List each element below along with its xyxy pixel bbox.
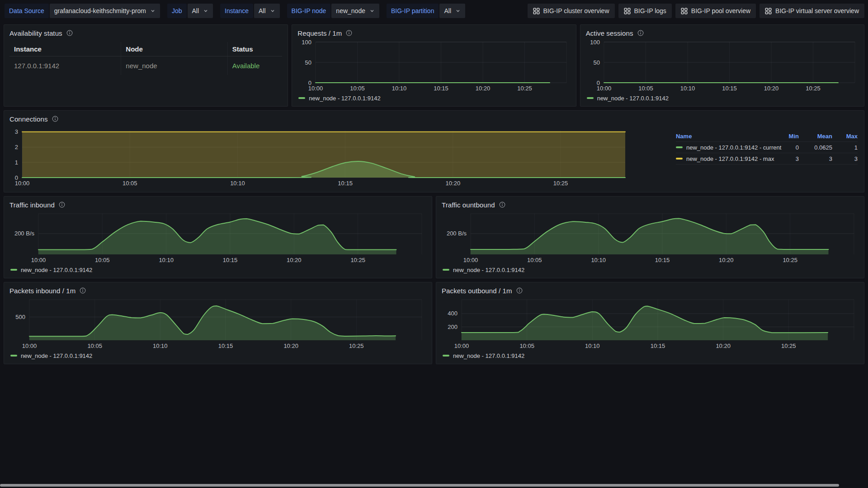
cell-instance: 127.0.0.1:9142 [9, 56, 121, 75]
series-color-dash [10, 355, 17, 357]
link-bigip-cluster-overview[interactable]: BIG-IP cluster overview [528, 4, 615, 18]
panel-traffic-outbound: Traffic ountbound 10:0010:0510:1010:1510… [436, 196, 864, 278]
svg-text:10:20: 10:20 [283, 343, 298, 349]
legend-header-name[interactable]: Name [676, 133, 774, 140]
series-legend[interactable]: new_node - 127.0.0.1:9142 [9, 351, 426, 360]
svg-text:10:15: 10:15 [651, 343, 665, 349]
variable-datasource-label[interactable]: Data Source [5, 4, 49, 18]
column-header-status[interactable]: Status [228, 42, 283, 56]
svg-text:1: 1 [15, 159, 18, 166]
variable-bigip-partition-label[interactable]: BIG-IP partition [387, 4, 439, 18]
legend-min-value: 3 [774, 155, 799, 162]
apps-grid-icon [624, 8, 631, 14]
dashboard-links: BIG-IP cluster overview BIG-IP logs BIG-… [528, 4, 865, 18]
chevron-down-icon [150, 8, 156, 14]
svg-text:200: 200 [448, 324, 458, 330]
svg-text:10:00: 10:00 [31, 257, 46, 263]
info-icon[interactable] [499, 202, 505, 208]
series-legend[interactable]: new_node - 127.0.0.1:9142 [9, 265, 426, 274]
variable-bigip-node-label[interactable]: BIG-IP node [287, 4, 331, 18]
svg-text:10:15: 10:15 [218, 343, 233, 349]
svg-text:10:10: 10:10 [591, 257, 606, 263]
series-color-dash [587, 97, 594, 99]
variable-bigip-node-value[interactable]: new_node [331, 4, 379, 18]
variable-bigip-partition-value[interactable]: All [439, 4, 465, 18]
variable-job-value[interactable]: All [188, 4, 213, 18]
panel-availability-status: Availability status Instance Node Status… [4, 24, 288, 107]
traffic-inbound-chart[interactable]: 10:0010:0510:1010:1510:2010:25200 B/s [9, 210, 426, 265]
svg-text:10:05: 10:05 [123, 180, 137, 187]
info-icon[interactable] [66, 30, 73, 36]
svg-text:400: 400 [448, 310, 458, 317]
variable-datasource-value[interactable]: grafanacloud-keithschmitty-prom [50, 4, 160, 18]
availability-table: Instance Node Status 127.0.0.1:9142 new_… [9, 42, 282, 103]
info-icon[interactable] [346, 30, 352, 36]
svg-text:10:10: 10:10 [230, 180, 245, 187]
table-row: 127.0.0.1:9142 new_node Available [9, 56, 282, 75]
svg-text:10:15: 10:15 [338, 180, 353, 187]
series-legend[interactable]: new_node - 127.0.0.1:9142 [442, 265, 859, 274]
column-header-instance[interactable]: Instance [9, 42, 121, 56]
svg-text:10:20: 10:20 [476, 85, 491, 92]
svg-text:10:25: 10:25 [783, 257, 797, 263]
legend-series-name[interactable]: new_node - 127.0.0.1:9142 - current [676, 144, 774, 151]
svg-text:10:05: 10:05 [519, 343, 534, 349]
svg-text:10:20: 10:20 [446, 180, 461, 187]
legend-row: new_node - 127.0.0.1:9142 - max 3 3 3 [676, 153, 858, 164]
apps-grid-icon [681, 8, 688, 14]
cell-status: Available [228, 56, 283, 75]
svg-text:10:10: 10:10 [159, 257, 174, 263]
link-bigip-virtual-server-overview[interactable]: BIG-IP virtual server overview [760, 4, 864, 18]
svg-text:10:15: 10:15 [434, 85, 449, 92]
variable-instance-label[interactable]: Instance [220, 4, 253, 18]
svg-text:10:15: 10:15 [223, 257, 238, 263]
series-legend[interactable]: new_node - 127.0.0.1:9142 [442, 351, 859, 360]
svg-text:10:00: 10:00 [454, 343, 469, 349]
series-color-dash [443, 269, 449, 271]
svg-text:10:25: 10:25 [349, 343, 364, 349]
horizontal-scrollbar[interactable] [0, 484, 839, 487]
info-icon[interactable] [80, 287, 86, 294]
packets-inbound-chart[interactable]: 10:0010:0510:1010:1510:2010:25500 [9, 296, 426, 351]
legend-row: new_node - 127.0.0.1:9142 - current 0 0.… [676, 142, 858, 153]
legend-header-min[interactable]: Min [774, 133, 799, 140]
variable-job-current: All [192, 7, 199, 14]
active-sessions-chart[interactable]: 10:0010:0510:1010:1510:2010:25050100 [586, 38, 859, 94]
legend-series-name[interactable]: new_node - 127.0.0.1:9142 - max [676, 155, 774, 162]
info-icon[interactable] [637, 30, 644, 36]
info-icon[interactable] [516, 287, 523, 294]
legend-header-mean[interactable]: Mean [799, 133, 832, 140]
info-icon[interactable] [52, 116, 58, 122]
column-header-node[interactable]: Node [121, 42, 227, 56]
legend-max-value: 1 [832, 144, 858, 151]
legend-header-max[interactable]: Max [832, 133, 858, 140]
svg-text:10:05: 10:05 [87, 343, 102, 349]
panel-title: Active sessions [586, 29, 633, 37]
connections-chart[interactable]: 10:0010:0510:1010:1510:2010:250123 [9, 124, 627, 188]
legend-min-value: 0 [774, 144, 799, 151]
panel-connections: Connections 10:0010:0510:1010:1510:2010:… [4, 110, 864, 192]
svg-text:200 B/s: 200 B/s [14, 230, 35, 237]
requests-chart[interactable]: 10:0010:0510:1010:1510:2010:25050100 [297, 38, 570, 94]
dashboard-grid: Availability status Instance Node Status… [0, 21, 868, 368]
variable-instance: Instance All [220, 4, 280, 18]
svg-text:10:00: 10:00 [22, 343, 37, 349]
variable-job-label[interactable]: Job [167, 4, 187, 18]
link-bigip-logs[interactable]: BIG-IP logs [618, 4, 672, 18]
variable-instance-value[interactable]: All [254, 4, 280, 18]
svg-text:10:20: 10:20 [716, 343, 731, 349]
series-name: new_node - 127.0.0.1:9142 - current [686, 144, 781, 151]
series-legend[interactable]: new_node - 127.0.0.1:9142 [297, 94, 570, 103]
chevron-down-icon [455, 8, 461, 14]
svg-text:10:15: 10:15 [722, 85, 737, 92]
svg-text:200 B/s: 200 B/s [447, 230, 467, 237]
traffic-outbound-chart[interactable]: 10:0010:0510:1010:1510:2010:25200 B/s [442, 210, 859, 265]
series-legend[interactable]: new_node - 127.0.0.1:9142 [586, 94, 859, 103]
packets-outbound-chart[interactable]: 10:0010:0510:1010:1510:2010:25200400 [442, 296, 859, 351]
info-icon[interactable] [59, 202, 65, 208]
legend-mean-value: 0.0625 [799, 144, 832, 151]
svg-text:10:00: 10:00 [463, 257, 478, 263]
series-name: new_node - 127.0.0.1:9142 [453, 352, 524, 359]
series-name: new_node - 127.0.0.1:9142 [453, 267, 524, 273]
link-bigip-pool-overview[interactable]: BIG-IP pool overview [675, 4, 756, 18]
